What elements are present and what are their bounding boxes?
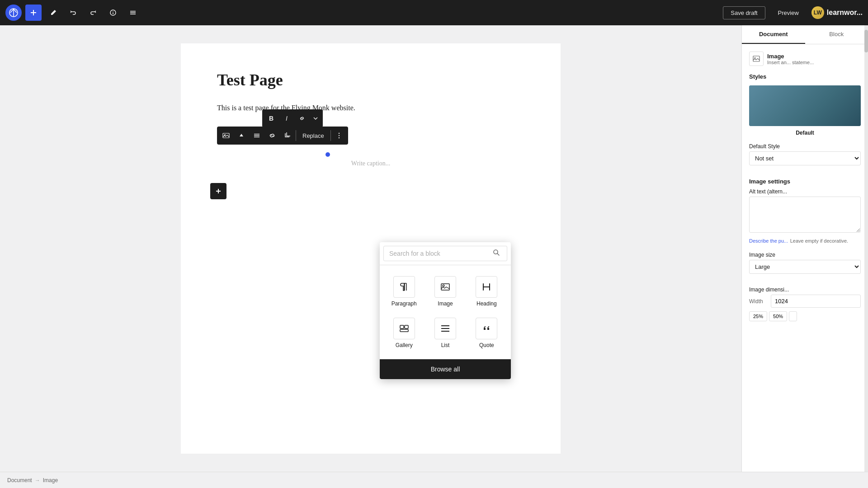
paragraph-icon — [393, 276, 415, 298]
block-item-heading[interactable]: Heading — [466, 271, 507, 312]
percent-50-button[interactable]: 50% — [769, 311, 787, 321]
align-button[interactable] — [250, 128, 264, 143]
image-dim-label: Image dimensi... — [749, 286, 861, 293]
image-block-toolbar: Replace — [217, 127, 348, 145]
image-block-label: Image — [438, 300, 453, 307]
edit-toolbar-button[interactable] — [45, 5, 61, 21]
status-bar: Document → Image — [0, 472, 868, 488]
sidebar-scrollbar-thumb[interactable] — [864, 30, 868, 52]
image-icon-button[interactable] — [219, 128, 233, 143]
breadcrumb-document[interactable]: Document — [7, 477, 32, 483]
block-search-input[interactable] — [383, 246, 507, 261]
alt-text-link[interactable]: Describe the pu... — [749, 238, 788, 244]
replace-button[interactable]: Replace — [297, 130, 330, 142]
toolbar-divider — [296, 130, 296, 141]
svg-point-16 — [339, 137, 340, 138]
page-title[interactable]: Test Page — [217, 70, 524, 89]
block-grid: Paragraph Image — [380, 265, 511, 359]
styles-title: Styles — [749, 73, 861, 80]
sidebar-tabs: Document Block — [742, 25, 868, 44]
save-draft-button[interactable]: Save draft — [723, 6, 765, 19]
alt-text-label: Alt text (altern... — [749, 188, 861, 195]
svg-point-29 — [755, 57, 756, 59]
svg-rect-5 — [113, 13, 113, 14]
svg-point-15 — [339, 135, 340, 136]
sidebar-content: Image Insert an... stateme... Styles Def… — [742, 44, 868, 472]
main-area: Test Page This is a test page for the Fl… — [0, 25, 868, 472]
block-search-container — [380, 242, 511, 265]
write-caption[interactable]: Write caption... — [217, 156, 524, 171]
breadcrumb-image[interactable]: Image — [43, 477, 58, 483]
info-toolbar-button[interactable] — [105, 5, 121, 21]
svg-rect-13 — [254, 136, 259, 137]
preview-button[interactable]: Preview — [771, 7, 806, 19]
block-item-list[interactable]: List — [425, 312, 466, 354]
block-item-gallery[interactable]: Gallery — [383, 312, 425, 354]
heading-icon — [476, 276, 497, 298]
sidebar-scrollbar-track — [864, 25, 868, 472]
editor-content: Test Page This is a test page for the Fl… — [181, 43, 561, 454]
crop-button[interactable] — [280, 128, 295, 143]
style-default-label: Default — [749, 130, 861, 136]
resize-handle[interactable] — [326, 152, 330, 157]
alt-text-input[interactable] — [749, 197, 861, 233]
block-item-quote[interactable]: Quote — [466, 312, 507, 354]
image-info-text: Image Insert an... stateme... — [767, 53, 814, 65]
style-preview-image[interactable] — [749, 85, 861, 126]
percent-buttons: 25% 50% — [749, 311, 861, 321]
image-settings-title: Image settings — [749, 178, 861, 185]
svg-rect-12 — [254, 135, 259, 136]
alt-text-hint: Leave empty if decorative. — [790, 238, 848, 244]
block-inserter-popup: Paragraph Image — [380, 242, 511, 379]
style-preview-inner — [749, 85, 861, 126]
menu-toolbar-button[interactable] — [125, 5, 141, 21]
wp-logo-icon[interactable] — [5, 5, 22, 21]
svg-point-14 — [339, 133, 340, 134]
image-size-select[interactable]: Large — [749, 260, 861, 274]
image-size-group: Image size Large — [749, 252, 861, 279]
block-item-image[interactable]: Image — [425, 271, 466, 312]
image-info-section: Image Insert an... stateme... — [749, 52, 861, 66]
percent-25-button[interactable]: 25% — [749, 311, 767, 321]
bold-button[interactable]: B — [264, 111, 278, 126]
svg-rect-9 — [223, 133, 229, 138]
link-button[interactable] — [265, 128, 279, 143]
move-up-button[interactable] — [234, 128, 249, 143]
tab-block[interactable]: Block — [805, 25, 868, 44]
add-new-block-button[interactable] — [210, 183, 226, 199]
default-style-group: Default Style Not set — [749, 143, 861, 171]
svg-rect-20 — [441, 284, 449, 290]
image-info-title: Image — [767, 53, 814, 60]
top-toolbar: Save draft Preview LW learnwor... — [0, 0, 868, 25]
gallery-icon — [393, 318, 415, 339]
svg-rect-18 — [216, 191, 221, 192]
italic-button[interactable]: I — [279, 111, 294, 126]
image-block-icon — [434, 276, 456, 298]
browse-all-button[interactable]: Browse all — [380, 359, 511, 379]
add-block-toolbar-button[interactable] — [25, 5, 42, 21]
block-item-paragraph[interactable]: Paragraph — [383, 271, 425, 312]
heading-label: Heading — [476, 300, 497, 307]
percent-75-button[interactable] — [789, 311, 797, 321]
learnworlds-logo: LW learnwor... — [811, 6, 863, 19]
more-options-button[interactable] — [332, 128, 346, 143]
image-info-desc: Insert an... stateme... — [767, 60, 814, 65]
tab-document[interactable]: Document — [742, 25, 805, 44]
default-style-select[interactable]: Not set — [749, 151, 861, 165]
quote-icon — [476, 318, 497, 339]
svg-rect-24 — [400, 329, 408, 332]
redo-toolbar-button[interactable] — [85, 5, 101, 21]
width-label: Width — [749, 298, 767, 305]
width-input[interactable] — [771, 295, 861, 308]
add-block-area: Paragraph Image — [217, 174, 524, 192]
image-info-header: Image Insert an... stateme... — [749, 52, 861, 66]
alt-text-group: Alt text (altern... Describe the pu... L… — [749, 188, 861, 244]
editor-area[interactable]: Test Page This is a test page for the Fl… — [0, 25, 741, 472]
link-format-button[interactable] — [295, 111, 309, 126]
text-format-toolbar: B I — [262, 109, 323, 127]
undo-toolbar-button[interactable] — [65, 5, 81, 21]
alt-text-hint-container: Describe the pu... Leave empty if decora… — [749, 236, 861, 244]
breadcrumb-separator: → — [35, 477, 40, 483]
svg-rect-11 — [254, 134, 259, 135]
format-more-button[interactable] — [310, 111, 321, 126]
